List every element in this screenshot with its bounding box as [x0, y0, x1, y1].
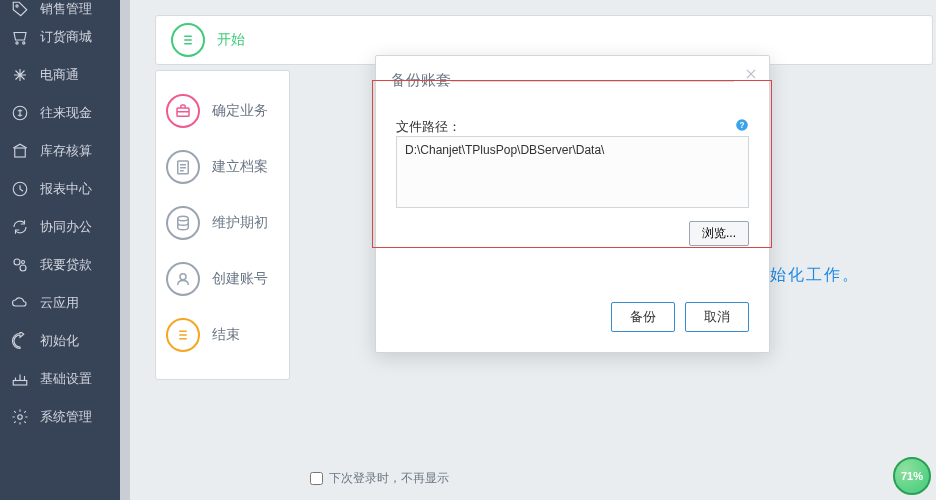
- help-icon: ?: [735, 118, 749, 132]
- backup-modal: 备份账套 文件路径： ? D:\Chanjet\TPlusPop\DBServe…: [375, 55, 770, 353]
- backup-button[interactable]: 备份: [611, 302, 675, 332]
- help-button[interactable]: ?: [735, 118, 749, 132]
- svg-text:?: ?: [740, 121, 745, 130]
- browse-button[interactable]: 浏览...: [689, 221, 749, 246]
- close-icon: [744, 67, 758, 81]
- path-textarea[interactable]: D:\Chanjet\TPlusPop\DBServer\Data\: [396, 136, 749, 208]
- path-label: 文件路径：: [396, 118, 461, 136]
- cancel-button[interactable]: 取消: [685, 302, 749, 332]
- modal-actions: 备份 取消: [611, 302, 749, 332]
- modal-overlay: 备份账套 文件路径： ? D:\Chanjet\TPlusPop\DBServe…: [0, 0, 936, 500]
